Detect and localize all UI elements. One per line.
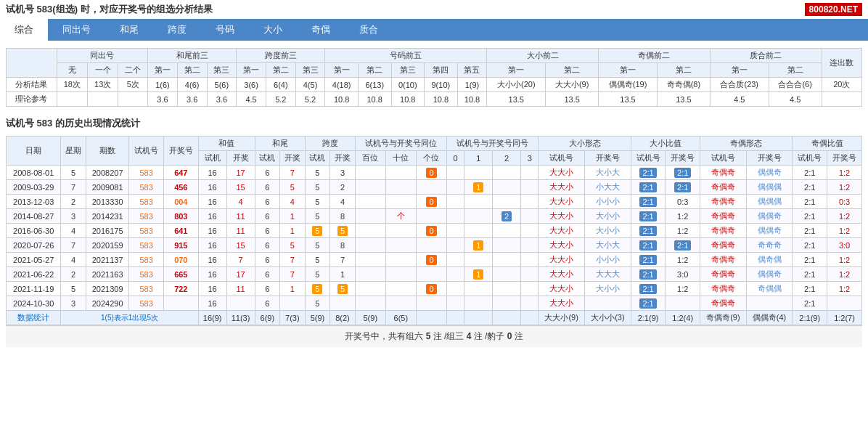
row-trial-tail: 6: [255, 238, 280, 253]
row-trial-sum: 16: [198, 238, 226, 253]
row-ten: [385, 180, 416, 195]
row-period: 2021163: [86, 267, 128, 282]
t-quality1: 4.5: [710, 92, 769, 107]
row-prize-size-ratio: 2:1: [666, 166, 700, 180]
table-row: 2021-06-22 2 2021163 583 665 16 17 6 7 5…: [7, 267, 862, 282]
trial-size-ratio-h: 试机号: [631, 151, 666, 166]
row-prize-odd-ratio: [827, 296, 862, 311]
same-two: 二个: [118, 63, 148, 78]
row-period: 2016175: [86, 224, 128, 238]
tab-奇偶[interactable]: 奇偶: [297, 19, 345, 41]
row-num2: [493, 180, 521, 195]
row-prize-odd-ratio: 1:2: [827, 180, 862, 195]
row-period: 2009081: [86, 180, 128, 195]
row-prize-odd-ratio: 0:3: [827, 195, 862, 209]
row-prize-span: 8: [330, 209, 356, 224]
summary-label[interactable]: 数据统计: [7, 311, 61, 325]
tab-跨度[interactable]: 跨度: [153, 19, 201, 41]
row-unit: [416, 267, 446, 282]
same-no: 无: [57, 63, 87, 78]
row-period: 2020159: [86, 238, 128, 253]
row-trial-sum: 16: [198, 253, 226, 267]
row-num2: [493, 267, 521, 282]
odd2-h: 第二: [657, 63, 710, 78]
row-trial-span: 5: [305, 195, 330, 209]
row-trial-odd-ratio: 2:1: [793, 253, 827, 267]
row-prize-odd: 偶偶奇: [746, 224, 793, 238]
prize-sum-h: 开奖: [226, 151, 255, 166]
size-form-header: 大小形态: [539, 137, 631, 151]
row-prize-span: 7: [330, 253, 356, 267]
row-num0: [447, 253, 464, 267]
size-header: 大小前二: [487, 49, 599, 63]
table-row: 2008-08-01 5 2008207 583 647 16 17 6 7 5…: [7, 166, 862, 180]
t-code3: 10.8: [391, 92, 425, 107]
row-trial-span: 5: [305, 267, 330, 282]
prize-odd-ratio-h: 开奖号: [827, 151, 862, 166]
row-ten: [385, 296, 416, 311]
row-prize-size: 小小小: [585, 195, 631, 209]
row-prize-span: 4: [330, 195, 356, 209]
row-prize-tail: 1: [280, 209, 306, 224]
row-trial-span: 5: [305, 180, 330, 195]
row-num3: [521, 296, 539, 311]
row-trial-span: 5: [305, 224, 330, 238]
row-trial-size: 大大小: [539, 238, 585, 253]
row-num3: [521, 282, 539, 296]
s-same-no: 5(9): [355, 311, 385, 325]
row-trial-odd: 奇偶奇: [700, 209, 747, 224]
row-prize-odd-ratio: 1:2: [827, 253, 862, 267]
span2-h: 第二: [266, 63, 295, 78]
tab-和尾[interactable]: 和尾: [105, 19, 153, 41]
row-prize-size-ratio: 1:2: [666, 224, 700, 238]
s-size-ratio-trial: 2:1(9): [631, 311, 666, 325]
row-prize: 803: [163, 209, 198, 224]
s-prize-tail: 7(3): [280, 311, 306, 325]
row-trial-size: 大大小: [539, 282, 585, 296]
row-prize-size: 大小大: [585, 238, 631, 253]
row-prize-size: 大小小: [585, 224, 631, 238]
tab-号码[interactable]: 号码: [201, 19, 249, 41]
s-n3: [521, 311, 539, 325]
num0-h: 0: [447, 151, 464, 166]
row-num3: [521, 267, 539, 282]
s-trial-span: 5(9): [305, 311, 330, 325]
prize-size-ratio-h: 开奖号: [666, 151, 700, 166]
row-trial: 583: [129, 180, 164, 195]
row-num0: [447, 282, 464, 296]
row-prize-size-ratio: 2:1: [666, 180, 700, 195]
row-ten: 个: [385, 209, 416, 224]
row-num2: [493, 296, 521, 311]
tail3-h: 第三: [207, 63, 237, 78]
row-weekday: 3: [61, 296, 86, 311]
t-same-no: [57, 92, 87, 107]
tab-大小[interactable]: 大小: [249, 19, 297, 41]
tab-质合[interactable]: 质合: [345, 19, 393, 41]
tab-同出号[interactable]: 同出号: [48, 19, 105, 41]
row-trial: 583: [129, 195, 164, 209]
row-ten: [385, 253, 416, 267]
code3-h: 第三: [391, 63, 425, 78]
row-num2: [493, 238, 521, 253]
row-hundred: [355, 166, 385, 180]
code-header: 号码前五: [325, 49, 487, 63]
row-weekday: 2: [61, 195, 86, 209]
row-prize-tail: 4: [280, 195, 306, 209]
row-trial-span: 5: [305, 296, 330, 311]
row-trial-size: 大大小: [539, 296, 585, 311]
row-unit: 0: [416, 282, 446, 296]
row-unit: [416, 296, 446, 311]
span-header2: 跨度: [305, 137, 355, 151]
t-consecutive: [822, 92, 861, 107]
row-trial-size-ratio: 2:1: [631, 253, 666, 267]
tab-综合[interactable]: 综合: [0, 19, 48, 41]
row-prize-size: 大大大: [585, 267, 631, 282]
r-tail3: 5(6): [207, 78, 237, 92]
r-code4: 9(10): [425, 78, 458, 92]
row-ten: [385, 267, 416, 282]
r-tail1: 1(6): [148, 78, 178, 92]
row-ten: [385, 166, 416, 180]
span1-h: 第一: [237, 63, 266, 78]
t-tail2: 3.6: [177, 92, 207, 107]
tail2-h: 第二: [177, 63, 207, 78]
